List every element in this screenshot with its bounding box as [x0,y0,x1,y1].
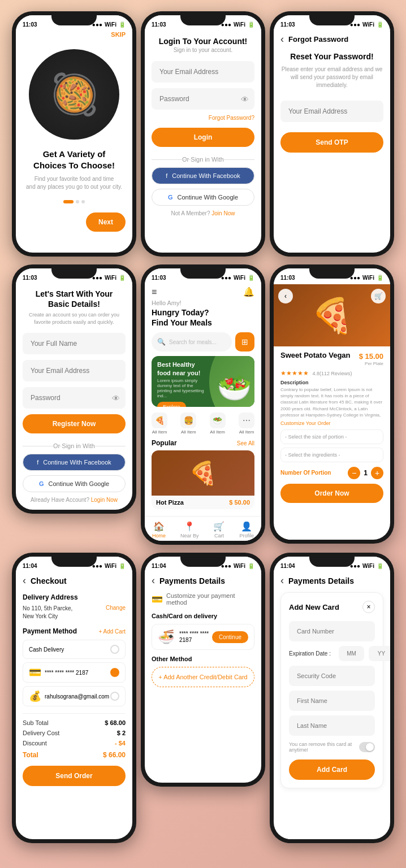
menu-icon[interactable]: ≡ [152,287,157,297]
expiry-mm[interactable] [339,646,364,661]
bottom-nav: 🏠 Home 📍 Near By 🛒 Cart 👤 Profile [145,516,261,541]
notification-icon[interactable]: 🔔 [243,287,254,297]
eye-icon-register[interactable]: 👁 [112,394,120,403]
nav-nearby[interactable]: 📍 Near By [180,521,199,539]
cat-all-1[interactable]: 🍕 All Item [152,413,167,435]
login-now-link[interactable]: Login Now [91,497,118,503]
greeting-text: Hello Amy! [152,300,254,306]
delivery-cost-label: Delivery Cost [23,730,59,736]
see-all-btn[interactable]: See All [237,440,254,446]
fullname-input[interactable] [23,333,126,354]
portion-label: Number Of Portion [280,470,331,476]
total-label: Total [23,751,38,759]
have-account-text: Already Have Account? Login Now [23,497,126,503]
radio-cash[interactable] [110,645,119,654]
desc-title: Description [280,380,383,385]
decrease-portion-btn[interactable]: − [348,467,360,479]
email-pay-text: rahulsograna@gmail.com [45,693,109,700]
back-btn-7[interactable]: ‹ [23,575,26,587]
phone-forgot-password: 11:03 ●●● WiFi 🔋 ‹ Forgot Password Reset… [270,11,394,257]
next-button[interactable]: Next [86,212,126,232]
promo-banner: Best Healthy food near you! Lorem ipsum … [152,356,254,407]
first-name-field[interactable] [289,691,375,711]
customize-link[interactable]: Customize Your Order [280,420,383,426]
food-card[interactable]: 🍕 Hot Pizza $ 50.00 [152,450,254,509]
subtotal-label: Sub Total [23,719,49,726]
time-8: 11:04 [152,563,166,569]
cart-btn-6[interactable]: 🛒 [371,289,386,303]
nav-home[interactable]: 🏠 Home [152,521,166,539]
subtotal-value: $ 68.00 [105,719,126,726]
increase-portion-btn[interactable]: + [371,467,383,479]
register-title: Let's Start With Your Basic Details! [23,289,126,309]
nav-cart[interactable]: 🛒 Cart [213,521,224,539]
remove-toggle[interactable] [359,742,375,752]
payment-card-display: 🍜 [158,629,175,645]
reset-email-input[interactable] [280,101,383,122]
reset-desc: Please enter your email address and we w… [280,66,383,89]
change-address-btn[interactable]: Change [106,605,126,611]
close-modal-btn[interactable]: × [362,601,375,613]
food-image: 🥘 [29,49,119,140]
discount-label: Discount [23,740,47,747]
search-placeholder[interactable]: Search for meals... [169,339,217,345]
join-now-link[interactable]: Join Now [211,210,235,216]
register-password-input[interactable] [23,387,126,409]
back-btn-8[interactable]: ‹ [152,575,155,587]
expiry-yy[interactable] [369,646,390,661]
delivery-address: No 110, 5th Parcke, New York City [23,605,72,620]
cat-all-3[interactable]: 🥗 All Item [210,413,226,435]
total-value: $ 66.00 [103,751,126,759]
facebook-login-btn[interactable]: f Continue With Facebook [152,167,254,184]
email-input[interactable] [152,61,254,83]
food-detail-name: Sweet Potato Vegan [280,351,351,359]
add-card-submit-btn[interactable]: Add Card [289,760,375,780]
food-name: Hot Pizza [156,499,184,506]
login-button[interactable]: Login [152,128,254,147]
cash-delivery-label: Cash Delivery [29,646,64,653]
google-register-btn[interactable]: G Continue With Google [23,475,126,492]
skip-btn[interactable]: SKIP [23,31,126,38]
back-btn-9[interactable]: ‹ [280,575,284,587]
continue-payment-btn[interactable]: Continue [212,631,248,643]
radio-card[interactable] [110,668,119,677]
register-email-input[interactable] [23,360,126,381]
phone-login: 11:03 ●●● WiFi 🔋 Login To Your Account! … [141,11,265,257]
send-otp-button[interactable]: Send OTP [280,132,383,153]
filter-icon: ⊞ [241,337,248,346]
back-btn-6[interactable]: ‹ [278,289,293,303]
stars-rating: ★★★★★ [280,370,309,376]
register-button[interactable]: Register Now [23,414,126,433]
time-6: 11:03 [280,275,295,281]
food-pizza-emoji: 🍕 [311,296,353,336]
phone-food-detail: 11:03 ●●● WiFi 🔋 🍕 ‹ 🛒 Sweet Potato Vega… [270,264,394,544]
security-code-field[interactable] [289,666,375,686]
eye-icon[interactable]: 👁 [241,95,249,104]
send-order-btn[interactable]: Send Order [23,766,126,786]
progress-dots [23,200,126,203]
add-cart-btn[interactable]: + Add Cart [98,628,126,635]
back-btn-3[interactable]: ‹ [280,33,284,45]
card-number-display: **** **** **** 2187 [45,670,88,676]
password-input[interactable] [152,88,254,110]
banner-subtitle: Lorem ipsum simply dummy text of the pri… [157,378,208,398]
add-card-btn-8[interactable]: + Add Another Credit/Debit Card [152,667,254,687]
last-name-field[interactable] [289,715,375,736]
size-select[interactable]: - Select the size of portion - [280,429,383,444]
phone-register: 11:03 ●●● WiFi 🔋 Let's Start With Your B… [12,264,136,514]
facebook-register-btn[interactable]: f Continue With Facebook [23,454,126,471]
nav-profile[interactable]: 👤 Profile [239,521,254,539]
cart-icon: 🛒 [213,521,224,532]
filter-btn[interactable]: ⊞ [235,332,254,351]
order-now-btn[interactable]: Order Now [280,484,383,503]
forgot-password-link[interactable]: Forgot Password? [209,115,254,121]
card-number-field[interactable] [289,621,375,641]
explore-btn[interactable]: Explore [157,402,186,407]
banner-title: Best Healthy food near you! [157,361,208,377]
cat-all-4[interactable]: ⋯ All Item [239,413,254,435]
ingredients-select[interactable]: - Select the ingredients - [280,448,383,462]
radio-email[interactable] [110,692,119,701]
cat-all-2[interactable]: 🍔 All Item [180,413,196,435]
google-login-btn[interactable]: G Continue With Google [152,189,254,206]
payment-detail-title: Payments Details [159,576,225,585]
